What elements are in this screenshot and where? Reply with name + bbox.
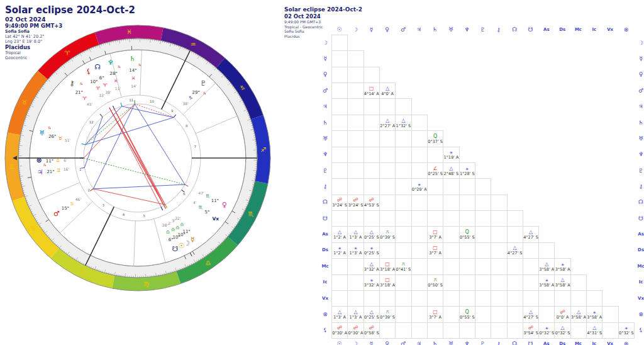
aspect-cell-node-mars[interactable] <box>395 195 411 211</box>
aspect-cell-jupiter-sun[interactable] <box>331 98 348 115</box>
aspect-cell-mars-moon[interactable] <box>347 82 364 99</box>
aspect-cell-south-node-neptune[interactable] <box>459 210 475 227</box>
aspect-cell-chiron-neptune[interactable] <box>459 178 475 195</box>
aspect-cell-venus-mercury[interactable] <box>364 67 380 83</box>
aspect-cell-chiron-sun[interactable] <box>331 178 348 195</box>
aspect-cell-neptune-moon[interactable] <box>347 147 364 163</box>
aspect-cell-ic-uranus[interactable] <box>443 274 459 291</box>
aspect-cell-fortune-south-node[interactable]: △4°27' S <box>523 306 539 322</box>
aspect-cell-mc-chiron[interactable] <box>491 258 507 274</box>
aspect-cell-chiron-uranus[interactable] <box>443 178 459 195</box>
aspect-cell-lilith-mars[interactable] <box>395 322 411 339</box>
aspect-cell-fortune-jupiter[interactable] <box>411 306 428 322</box>
aspect-cell-asc-mars[interactable] <box>395 226 411 242</box>
aspect-cell-lilith-saturn[interactable] <box>427 322 443 339</box>
aspect-cell-lilith-venus[interactable] <box>379 322 396 339</box>
aspect-cell-dsc-asc[interactable] <box>538 242 555 259</box>
aspect-cell-mc-asc[interactable]: △3°58' A <box>538 258 555 274</box>
aspect-cell-vertex-saturn[interactable] <box>427 290 443 307</box>
aspect-cell-neptune-jupiter[interactable] <box>411 147 428 163</box>
aspect-cell-lilith-ic[interactable]: △4°31' S <box>586 322 602 339</box>
aspect-cell-fortune-mercury[interactable]: △0°25' S <box>364 306 380 322</box>
aspect-cell-uranus-mars[interactable] <box>395 130 411 147</box>
aspect-cell-dsc-mercury[interactable]: ⚹0°25' S <box>364 242 380 259</box>
aspect-cell-asc-jupiter[interactable] <box>411 226 428 242</box>
aspect-cell-fortune-neptune[interactable]: Q0°55' S <box>459 306 475 322</box>
aspect-cell-mc-mars[interactable]: ⚻0°41' S <box>395 258 411 274</box>
aspect-cell-fortune-saturn[interactable]: □3°7' A <box>427 306 443 322</box>
aspect-cell-node-saturn[interactable] <box>427 195 443 211</box>
aspect-cell-vertex-mc[interactable] <box>570 290 587 307</box>
aspect-cell-asc-saturn[interactable]: □3°7' A <box>427 226 443 242</box>
aspect-cell-fortune-uranus[interactable] <box>443 306 459 322</box>
aspect-cell-asc-venus[interactable]: ⚻0°39' S <box>379 226 396 242</box>
aspect-cell-vertex-node[interactable] <box>507 290 523 307</box>
aspect-cell-ic-saturn[interactable]: ⚻0°50' S <box>427 274 443 291</box>
aspect-cell-asc-pluto[interactable] <box>475 226 491 242</box>
aspect-cell-pluto-sun[interactable] <box>331 162 348 179</box>
aspect-cell-node-moon[interactable]: ☍3°24' S <box>347 195 364 211</box>
aspect-cell-chiron-mercury[interactable] <box>364 178 380 195</box>
aspect-cell-mars-mercury[interactable]: □4°14' A <box>364 82 380 99</box>
aspect-cell-dsc-sun[interactable]: ⚹1°2' A <box>331 242 348 259</box>
aspect-cell-dsc-venus[interactable] <box>379 242 396 259</box>
aspect-cell-uranus-mercury[interactable] <box>364 130 380 147</box>
aspect-cell-venus-moon[interactable] <box>347 67 364 83</box>
aspect-cell-south-node-pluto[interactable] <box>475 210 491 227</box>
aspect-cell-asc-mercury[interactable]: △0°25' S <box>364 226 380 242</box>
aspect-cell-lilith-dsc[interactable]: △0°32' S <box>554 322 570 339</box>
aspect-cell-jupiter-venus[interactable] <box>379 98 396 115</box>
aspect-cell-neptune-venus[interactable] <box>379 147 396 163</box>
aspect-cell-vertex-mars[interactable] <box>395 290 411 307</box>
aspect-cell-node-uranus[interactable] <box>443 195 459 211</box>
aspect-cell-south-node-saturn[interactable] <box>427 210 443 227</box>
aspect-cell-neptune-saturn[interactable] <box>427 147 443 163</box>
aspect-cell-chiron-venus[interactable] <box>379 178 396 195</box>
aspect-cell-lilith-mc[interactable] <box>570 322 587 339</box>
aspect-cell-node-chiron[interactable] <box>491 195 507 211</box>
aspect-cell-mc-moon[interactable] <box>347 258 364 274</box>
aspect-cell-ic-asc[interactable]: ⚹3°58' A <box>538 274 555 291</box>
aspect-cell-lilith-pluto[interactable] <box>475 322 491 339</box>
aspect-cell-node-mercury[interactable]: ☍4°53' S <box>364 195 380 211</box>
aspect-cell-chiron-mars[interactable] <box>395 178 411 195</box>
aspect-cell-vertex-venus[interactable] <box>379 290 396 307</box>
aspect-cell-fortune-mars[interactable] <box>395 306 411 322</box>
aspect-cell-lilith-node[interactable] <box>507 322 523 339</box>
aspect-cell-south-node-mercury[interactable] <box>364 210 380 227</box>
aspect-cell-ic-node[interactable] <box>507 274 523 291</box>
aspect-cell-fortune-vertex[interactable] <box>602 306 618 322</box>
aspect-cell-dsc-south-node[interactable] <box>523 242 539 259</box>
aspect-cell-dsc-uranus[interactable] <box>443 242 459 259</box>
aspect-cell-asc-uranus[interactable] <box>443 226 459 242</box>
aspect-cell-fortune-chiron[interactable] <box>491 306 507 322</box>
aspect-cell-lilith-asc[interactable]: ⚹0°32' S <box>538 322 555 339</box>
aspect-cell-south-node-venus[interactable] <box>379 210 396 227</box>
aspect-cell-pluto-jupiter[interactable] <box>411 162 428 179</box>
aspect-cell-fortune-asc[interactable] <box>538 306 555 322</box>
aspect-cell-mercury-sun[interactable] <box>331 50 348 67</box>
aspect-cell-ic-neptune[interactable] <box>459 274 475 291</box>
aspect-cell-vertex-jupiter[interactable] <box>411 290 428 307</box>
aspect-cell-vertex-south-node[interactable] <box>523 290 539 307</box>
aspect-cell-lilith-sun[interactable]: ☍0°30' A <box>331 322 348 339</box>
aspect-cell-mc-south-node[interactable] <box>523 258 539 274</box>
aspect-cell-mc-saturn[interactable] <box>427 258 443 274</box>
aspect-cell-uranus-saturn[interactable]: Q0°37' S <box>427 130 443 147</box>
aspect-cell-ic-sun[interactable] <box>331 274 348 291</box>
aspect-cell-fortune-dsc[interactable]: ☍0°0' A <box>554 306 570 322</box>
aspect-cell-south-node-node[interactable] <box>507 210 523 227</box>
aspect-cell-saturn-mercury[interactable] <box>364 115 380 131</box>
aspect-cell-dsc-node[interactable]: △4°27' S <box>507 242 523 259</box>
aspect-cell-vertex-sun[interactable] <box>331 290 348 307</box>
aspect-cell-jupiter-moon[interactable] <box>347 98 364 115</box>
aspect-cell-vertex-chiron[interactable] <box>491 290 507 307</box>
aspect-cell-mc-mercury[interactable]: △3°32' A <box>364 258 380 274</box>
aspect-cell-mercury-moon[interactable] <box>347 50 364 67</box>
aspect-cell-dsc-pluto[interactable] <box>475 242 491 259</box>
aspect-cell-asc-moon[interactable]: △1°3' A <box>347 226 364 242</box>
aspect-cell-south-node-uranus[interactable] <box>443 210 459 227</box>
aspect-cell-vertex-asc[interactable] <box>538 290 555 307</box>
aspect-cell-vertex-mercury[interactable] <box>364 290 380 307</box>
aspect-cell-dsc-jupiter[interactable] <box>411 242 428 259</box>
